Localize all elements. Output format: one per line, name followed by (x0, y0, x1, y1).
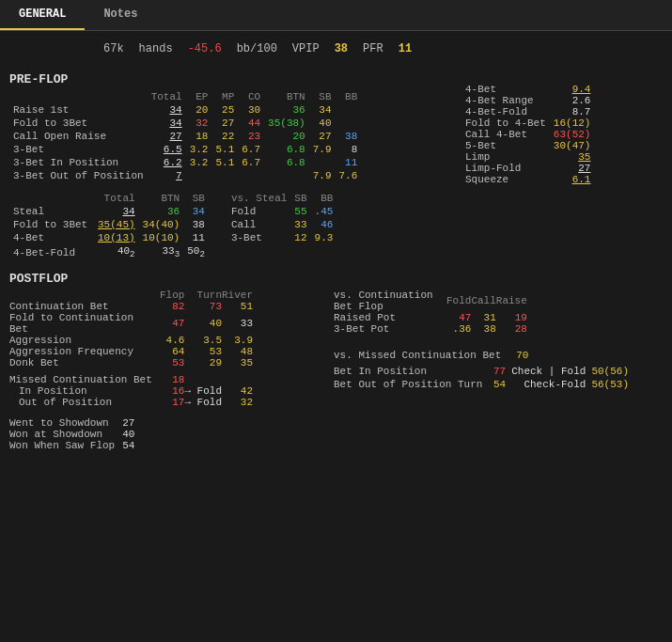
main-content: 67k hands -45.6 bb/100 VPIP 38 PFR 11 PR… (0, 31, 672, 457)
list-item: Limp-Fold 27 (465, 163, 590, 174)
showdown-table: Went to Showdown 27 Won at Showdown 40 W… (9, 417, 134, 451)
vs-missed-label: vs. Missed Continuation Bet (334, 350, 508, 361)
vs-cont-table: vs. ContinuationBet Flop Fold Call Raise… (334, 290, 527, 335)
postflop-right: vs. ContinuationBet Flop Fold Call Raise… (334, 290, 663, 451)
table-row: Fold to 3Bet 35(45) 34(40) 38 Call 33 46 (9, 218, 336, 231)
pfr-value: 11 (399, 42, 412, 55)
table-row: 4-Bet-Fold 402 333 502 (9, 244, 336, 260)
table-row: Aggression 4.6 3.5 3.9 (9, 335, 253, 346)
preflop-left: PRE-FLOP Total EP MP CO BTN SB BB (9, 65, 456, 260)
postflop-title: POSTFLOP (9, 272, 663, 286)
table-row: Raise 1st 34 20 25 30 36 34 (9, 103, 361, 117)
table-row: Donk Bet 53 29 35 (9, 357, 253, 368)
list-item: Won When Saw Flop 54 (9, 440, 134, 451)
table-row: Missed Continuation Bet 18 (9, 374, 253, 385)
table-row: Fold to Continuation Bet 47 40 33 (9, 312, 253, 335)
postflop-section: POSTFLOP Flop Turn River (9, 272, 663, 451)
showdown-section: Went to Showdown 27 Won at Showdown 40 W… (9, 417, 324, 451)
list-item: 4-Bet Range 2.6 (465, 95, 590, 106)
tab-bar: GENERAL Notes (0, 0, 672, 31)
list-item: Call 4-Bet 63(52) (465, 129, 590, 140)
table-row: 3-Bet Pot .36 38 28 (334, 323, 527, 335)
vs-missed-section: vs. Missed Continuation Bet 70 Bet In Po… (334, 350, 663, 391)
tab-general[interactable]: GENERAL (0, 0, 85, 30)
vs-missed-table: Bet In Position 77 Check | Fold 50(56) B… (334, 365, 629, 391)
preflop-table: Total EP MP CO BTN SB BB Raise 1st 34 (9, 90, 361, 182)
preflop-section: PRE-FLOP Total EP MP CO BTN SB BB (9, 65, 663, 260)
table-row: Bet Out of Position Turn 54 Check-Fold 5… (334, 378, 629, 391)
list-item: Won at Showdown 40 (9, 429, 134, 440)
list-item: 5-Bet 30(47) (465, 140, 590, 151)
list-item: Went to Showdown 27 (9, 417, 134, 429)
table-row: Aggression Frequency 64 53 48 (9, 346, 253, 357)
table-row: Continuation Bet 82 73 51 (9, 301, 253, 312)
table-row: 3-Bet In Position 6.2 3.2 5.1 6.7 6.8 11 (9, 156, 361, 169)
vpip-label: VPIP (292, 42, 320, 55)
table-row: 3-Bet 6.5 3.2 5.1 6.7 6.8 7.9 8 (9, 143, 361, 156)
list-item: Fold to 4-Bet 16(12) (465, 117, 590, 129)
list-item: 4-Bet 9.4 (465, 84, 590, 95)
vs-cont-section: vs. ContinuationBet Flop Fold Call Raise… (334, 290, 663, 335)
table-row: In Position 16 → Fold 42 (9, 385, 253, 397)
table-row: Out of Position 17 → Fold 32 (9, 397, 253, 408)
table-row: Fold to 3Bet 34 32 27 44 35(38) 40 (9, 117, 361, 130)
table-row: Raised Pot 47 31 19 (334, 312, 527, 323)
pfr-label: PFR (363, 42, 383, 55)
tab-notes[interactable]: Notes (85, 0, 156, 30)
list-item: 4-Bet-Fold 8.7 (465, 106, 590, 117)
right-stats-table: 4-Bet 9.4 4-Bet Range 2.6 4-Bet-Fold 8.7 (465, 84, 590, 185)
bb100-label: bb/100 (237, 42, 277, 55)
postflop-left: Flop Turn River Continuation Bet 82 73 5… (9, 290, 324, 451)
hands-count: 67k (103, 42, 124, 55)
table-row: 3-Bet Out of Position 7 7.9 7.6 (9, 169, 361, 182)
list-item: Limp 35 (465, 151, 590, 163)
table-row: 4-Bet 10(13) 10(10) 11 3-Bet 12 9.3 (9, 231, 336, 244)
app-container: GENERAL Notes 67k hands -45.6 bb/100 VPI… (0, 0, 672, 457)
postflop-table: Flop Turn River Continuation Bet 82 73 5… (9, 290, 253, 408)
preflop-right: 4-Bet 9.4 4-Bet Range 2.6 4-Bet-Fold 8.7 (456, 65, 663, 260)
bb100-value: -45.6 (188, 42, 222, 55)
steal-table: Total BTN SB vs. Steal SB BB St (9, 192, 336, 260)
hands-label: hands (139, 42, 173, 55)
list-item: Squeeze 6.1 (465, 174, 590, 185)
stats-header: 67k hands -45.6 bb/100 VPIP 38 PFR 11 (9, 37, 663, 65)
table-row: Steal 34 36 34 Fold 55 .45 (9, 205, 336, 218)
vpip-value: 38 (335, 42, 348, 55)
table-row: Call Open Raise 27 18 22 23 20 27 38 (9, 130, 361, 143)
vs-missed-value: 70 (516, 350, 528, 361)
postflop-layout: Flop Turn River Continuation Bet 82 73 5… (9, 290, 663, 451)
table-row: Bet In Position 77 Check | Fold 50(56) (334, 365, 629, 378)
preflop-title: PRE-FLOP (9, 72, 456, 86)
steal-section: Total BTN SB vs. Steal SB BB St (9, 192, 456, 260)
